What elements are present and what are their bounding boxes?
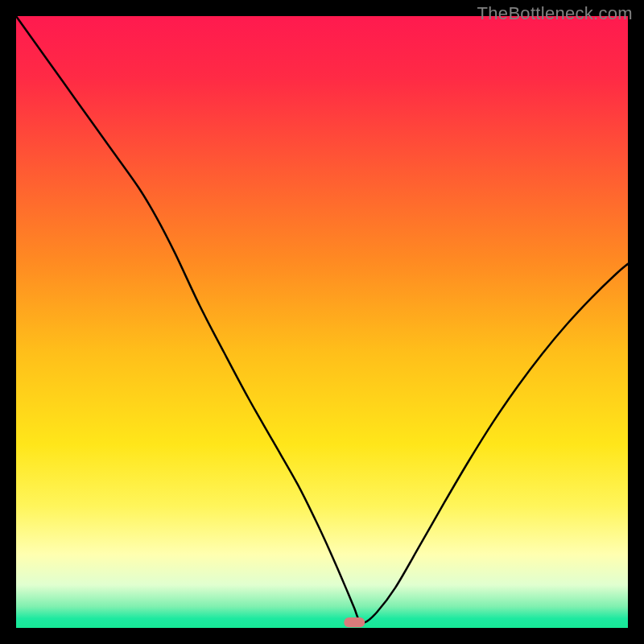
plot-area: [16, 16, 628, 628]
optimal-marker: [344, 617, 365, 627]
chart-frame: TheBottleneck.com: [0, 0, 644, 644]
chart-svg: [16, 16, 628, 628]
watermark-label: TheBottleneck.com: [477, 3, 633, 24]
